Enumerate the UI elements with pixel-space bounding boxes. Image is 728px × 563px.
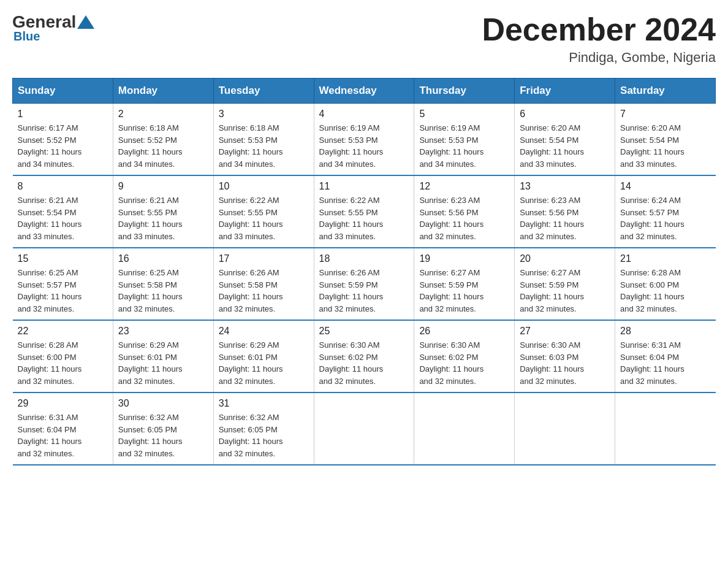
header-sunday: Sunday [13,79,113,104]
week-row-3: 15 Sunrise: 6:25 AM Sunset: 5:57 PM Dayl… [13,248,716,320]
day-cell: 30 Sunrise: 6:32 AM Sunset: 6:05 PM Dayl… [113,393,213,465]
day-number: 26 [419,326,509,337]
day-info: Sunrise: 6:25 AM Sunset: 5:58 PM Dayligh… [118,267,208,315]
day-cell: 10 Sunrise: 6:22 AM Sunset: 5:55 PM Dayl… [213,175,314,248]
week-row-1: 1 Sunrise: 6:17 AM Sunset: 5:52 PM Dayli… [13,104,716,176]
day-cell: 1 Sunrise: 6:17 AM Sunset: 5:52 PM Dayli… [13,104,113,176]
day-info: Sunrise: 6:22 AM Sunset: 5:55 PM Dayligh… [319,194,409,242]
day-number: 1 [18,109,108,120]
day-cell: 20 Sunrise: 6:27 AM Sunset: 5:59 PM Dayl… [515,248,615,320]
month-title: December 2024 [482,12,716,47]
day-number: 27 [520,326,610,337]
day-info: Sunrise: 6:30 AM Sunset: 6:03 PM Dayligh… [520,339,610,387]
day-number: 2 [118,109,208,120]
day-cell: 18 Sunrise: 6:26 AM Sunset: 5:59 PM Dayl… [314,248,414,320]
header-wednesday: Wednesday [314,79,414,104]
day-cell [314,393,414,465]
day-number: 18 [319,253,409,264]
week-row-4: 22 Sunrise: 6:28 AM Sunset: 6:00 PM Dayl… [13,320,716,393]
day-number: 3 [219,109,309,120]
day-cell: 4 Sunrise: 6:19 AM Sunset: 5:53 PM Dayli… [314,104,414,176]
day-cell: 25 Sunrise: 6:30 AM Sunset: 6:02 PM Dayl… [314,320,414,393]
day-cell: 2 Sunrise: 6:18 AM Sunset: 5:52 PM Dayli… [113,104,213,176]
day-cell: 6 Sunrise: 6:20 AM Sunset: 5:54 PM Dayli… [515,104,615,176]
day-cell: 31 Sunrise: 6:32 AM Sunset: 6:05 PM Dayl… [213,393,314,465]
day-cell: 29 Sunrise: 6:31 AM Sunset: 6:04 PM Dayl… [13,393,113,465]
day-number: 29 [18,398,108,409]
day-number: 13 [520,181,610,192]
day-info: Sunrise: 6:20 AM Sunset: 5:54 PM Dayligh… [520,122,610,170]
day-cell: 15 Sunrise: 6:25 AM Sunset: 5:57 PM Dayl… [13,248,113,320]
day-info: Sunrise: 6:18 AM Sunset: 5:53 PM Dayligh… [219,122,309,170]
day-info: Sunrise: 6:22 AM Sunset: 5:55 PM Dayligh… [219,194,309,242]
day-cell [515,393,615,465]
day-cell: 5 Sunrise: 6:19 AM Sunset: 5:53 PM Dayli… [414,104,515,176]
day-number: 28 [620,326,710,337]
day-cell: 24 Sunrise: 6:29 AM Sunset: 6:01 PM Dayl… [213,320,314,393]
day-info: Sunrise: 6:23 AM Sunset: 5:56 PM Dayligh… [520,194,610,242]
day-number: 20 [520,253,610,264]
day-info: Sunrise: 6:17 AM Sunset: 5:52 PM Dayligh… [18,122,108,170]
day-info: Sunrise: 6:27 AM Sunset: 5:59 PM Dayligh… [520,267,610,315]
title-section: December 2024 Pindiga, Gombe, Nigeria [482,12,716,66]
day-cell: 3 Sunrise: 6:18 AM Sunset: 5:53 PM Dayli… [213,104,314,176]
page-header: General Blue December 2024 Pindiga, Gomb… [12,12,716,66]
day-number: 24 [219,326,309,337]
day-info: Sunrise: 6:23 AM Sunset: 5:56 PM Dayligh… [419,194,509,242]
day-number: 30 [118,398,208,409]
day-cell: 26 Sunrise: 6:30 AM Sunset: 6:02 PM Dayl… [414,320,515,393]
day-cell: 21 Sunrise: 6:28 AM Sunset: 6:00 PM Dayl… [615,248,716,320]
day-number: 23 [118,326,208,337]
day-cell [414,393,515,465]
day-info: Sunrise: 6:18 AM Sunset: 5:52 PM Dayligh… [118,122,208,170]
day-number: 10 [219,181,309,192]
logo-triangle-icon [77,15,94,29]
day-number: 21 [620,253,710,264]
day-number: 11 [319,181,409,192]
day-number: 19 [419,253,509,264]
day-number: 22 [18,326,108,337]
day-number: 31 [219,398,309,409]
day-info: Sunrise: 6:21 AM Sunset: 5:55 PM Dayligh… [118,194,208,242]
day-info: Sunrise: 6:30 AM Sunset: 6:02 PM Dayligh… [419,339,509,387]
day-cell: 9 Sunrise: 6:21 AM Sunset: 5:55 PM Dayli… [113,175,213,248]
day-cell: 12 Sunrise: 6:23 AM Sunset: 5:56 PM Dayl… [414,175,515,248]
day-info: Sunrise: 6:29 AM Sunset: 6:01 PM Dayligh… [118,339,208,387]
day-cell: 17 Sunrise: 6:26 AM Sunset: 5:58 PM Dayl… [213,248,314,320]
day-info: Sunrise: 6:19 AM Sunset: 5:53 PM Dayligh… [419,122,509,170]
location: Pindiga, Gombe, Nigeria [482,50,716,66]
calendar-table: SundayMondayTuesdayWednesdayThursdayFrid… [12,78,716,465]
day-cell: 27 Sunrise: 6:30 AM Sunset: 6:03 PM Dayl… [515,320,615,393]
day-info: Sunrise: 6:27 AM Sunset: 5:59 PM Dayligh… [419,267,509,315]
day-number: 15 [18,253,108,264]
day-info: Sunrise: 6:25 AM Sunset: 5:57 PM Dayligh… [18,267,108,315]
day-number: 16 [118,253,208,264]
day-cell: 28 Sunrise: 6:31 AM Sunset: 6:04 PM Dayl… [615,320,716,393]
day-cell [615,393,716,465]
day-info: Sunrise: 6:26 AM Sunset: 5:59 PM Dayligh… [319,267,409,315]
day-number: 7 [620,109,710,120]
day-number: 5 [419,109,509,120]
logo: General Blue [12,12,96,44]
day-number: 14 [620,181,710,192]
day-info: Sunrise: 6:32 AM Sunset: 6:05 PM Dayligh… [118,412,208,459]
day-info: Sunrise: 6:20 AM Sunset: 5:54 PM Dayligh… [620,122,710,170]
header-monday: Monday [113,79,213,104]
day-cell: 16 Sunrise: 6:25 AM Sunset: 5:58 PM Dayl… [113,248,213,320]
day-cell: 14 Sunrise: 6:24 AM Sunset: 5:57 PM Dayl… [615,175,716,248]
logo-blue: Blue [13,29,40,44]
week-row-2: 8 Sunrise: 6:21 AM Sunset: 5:54 PM Dayli… [13,175,716,248]
header-thursday: Thursday [414,79,515,104]
day-number: 9 [118,181,208,192]
day-number: 4 [319,109,409,120]
day-number: 12 [419,181,509,192]
day-info: Sunrise: 6:26 AM Sunset: 5:58 PM Dayligh… [219,267,309,315]
day-number: 25 [319,326,409,337]
header-saturday: Saturday [615,79,716,104]
day-cell: 7 Sunrise: 6:20 AM Sunset: 5:54 PM Dayli… [615,104,716,176]
day-info: Sunrise: 6:30 AM Sunset: 6:02 PM Dayligh… [319,339,409,387]
header-row: SundayMondayTuesdayWednesdayThursdayFrid… [13,79,716,104]
day-info: Sunrise: 6:19 AM Sunset: 5:53 PM Dayligh… [319,122,409,170]
day-info: Sunrise: 6:24 AM Sunset: 5:57 PM Dayligh… [620,194,710,242]
day-info: Sunrise: 6:32 AM Sunset: 6:05 PM Dayligh… [219,412,309,459]
